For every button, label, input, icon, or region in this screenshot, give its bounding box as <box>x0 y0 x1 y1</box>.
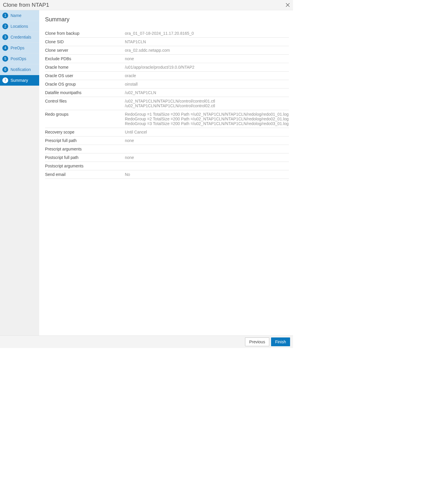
summary-row: Prescript full pathnone <box>45 136 289 145</box>
summary-value: none <box>125 155 289 160</box>
summary-label: Clone server <box>45 48 125 53</box>
summary-label: Oracle OS user <box>45 73 125 78</box>
step-number: 5 <box>2 56 8 62</box>
summary-value: RedoGroup =1 TotalSize =200 Path =/u02_N… <box>125 112 289 126</box>
summary-row: Oracle home/u01/app/oracle/product/19.0.… <box>45 63 289 72</box>
sidebar-step-name[interactable]: 1 Name <box>0 10 39 21</box>
sidebar-step-notification[interactable]: 6 Notification <box>0 64 39 75</box>
step-number: 3 <box>2 34 8 40</box>
step-label: Name <box>11 13 21 18</box>
summary-value: /u02_NTAP1CLN/NTAP1CLN/control/control01… <box>125 99 289 108</box>
step-label: PreOps <box>11 46 24 50</box>
step-label: Notification <box>11 67 31 72</box>
step-label: Credentials <box>11 35 31 39</box>
step-label: PostOps <box>11 56 26 61</box>
summary-value: none <box>125 56 289 61</box>
summary-row: Redo groupsRedoGroup =1 TotalSize =200 P… <box>45 110 289 128</box>
main-panel: Summary Clone from backupora_01_07-18-20… <box>39 10 293 335</box>
step-number: 6 <box>2 67 8 72</box>
summary-label: Oracle home <box>45 65 125 70</box>
dialog-header: Clone from NTAP1 <box>0 0 293 10</box>
summary-row: Prescript arguments <box>45 145 289 153</box>
summary-value: ora_01_07-18-2024_11.17.20.8165_0 <box>125 31 289 36</box>
summary-label: Redo groups <box>45 112 125 126</box>
finish-button[interactable]: Finish <box>271 337 290 346</box>
summary-row: Datafile mountpaths/u02_NTAP1CLN <box>45 89 289 97</box>
summary-label: Recovery scope <box>45 130 125 134</box>
summary-value: none <box>125 138 289 143</box>
summary-row: Control files/u02_NTAP1CLN/NTAP1CLN/cont… <box>45 97 289 110</box>
dialog-footer: Previous Finish <box>0 335 293 348</box>
summary-label: Postscript full path <box>45 155 125 160</box>
sidebar-step-locations[interactable]: 2 Locations <box>0 21 39 32</box>
dialog-body: 1 Name 2 Locations 3 Credentials 4 PreOp… <box>0 10 293 335</box>
summary-value: oinstall <box>125 82 289 86</box>
summary-row: Exclude PDBsnone <box>45 55 289 63</box>
summary-row: Clone from backupora_01_07-18-2024_11.17… <box>45 29 289 38</box>
summary-row: Recovery scopeUntil Cancel <box>45 128 289 136</box>
close-icon[interactable] <box>285 3 290 7</box>
summary-value <box>125 164 289 168</box>
summary-value: ora_02.sddc.netapp.com <box>125 48 289 53</box>
dialog-title: Clone from NTAP1 <box>3 2 49 8</box>
summary-row: Oracle OS useroracle <box>45 72 289 80</box>
sidebar-step-preops[interactable]: 4 PreOps <box>0 43 39 53</box>
step-number: 2 <box>2 23 8 29</box>
summary-row: Clone SIDNTAP1CLN <box>45 38 289 46</box>
summary-value: NTAP1CLN <box>125 39 289 44</box>
summary-label: Clone from backup <box>45 31 125 36</box>
summary-label: Postscript arguments <box>45 164 125 168</box>
summary-label: Datafile mountpaths <box>45 90 125 95</box>
summary-value: No <box>125 172 289 177</box>
summary-label: Send email <box>45 172 125 177</box>
sidebar-step-postops[interactable]: 5 PostOps <box>0 53 39 64</box>
step-number: 7 <box>2 77 8 83</box>
step-label: Locations <box>11 24 28 29</box>
summary-row: Postscript full pathnone <box>45 153 289 162</box>
summary-label: Prescript full path <box>45 138 125 143</box>
page-title: Summary <box>45 16 289 23</box>
summary-label: Oracle OS group <box>45 82 125 86</box>
step-label: Summary <box>11 78 28 83</box>
summary-value: /u01/app/oracle/product/19.0.0/NTAP2 <box>125 65 289 70</box>
wizard-sidebar: 1 Name 2 Locations 3 Credentials 4 PreOp… <box>0 10 39 335</box>
summary-table: Clone from backupora_01_07-18-2024_11.17… <box>45 29 289 179</box>
summary-row: Oracle OS groupoinstall <box>45 80 289 89</box>
summary-value: /u02_NTAP1CLN <box>125 90 289 95</box>
summary-label: Exclude PDBs <box>45 56 125 61</box>
summary-row: Send emailNo <box>45 170 289 179</box>
summary-label: Clone SID <box>45 39 125 44</box>
summary-row: Postscript arguments <box>45 162 289 170</box>
summary-value: oracle <box>125 73 289 78</box>
summary-row: Clone serverora_02.sddc.netapp.com <box>45 46 289 55</box>
summary-label: Control files <box>45 99 125 108</box>
step-number: 1 <box>2 13 8 18</box>
sidebar-step-summary[interactable]: 7 Summary <box>0 75 39 86</box>
summary-value: Until Cancel <box>125 130 289 134</box>
previous-button[interactable]: Previous <box>245 337 269 346</box>
sidebar-step-credentials[interactable]: 3 Credentials <box>0 32 39 43</box>
summary-label: Prescript arguments <box>45 147 125 151</box>
step-number: 4 <box>2 45 8 51</box>
summary-value <box>125 147 289 151</box>
